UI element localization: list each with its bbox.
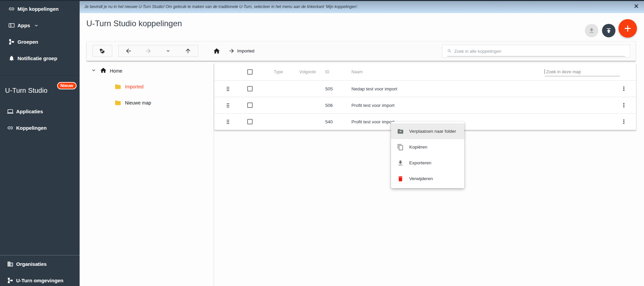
- kebab-icon: [620, 102, 627, 109]
- tree-item-label: Nieuwe map: [125, 100, 151, 106]
- history-dropdown-button[interactable]: [164, 46, 173, 55]
- bell-icon: [8, 55, 15, 62]
- close-icon[interactable]: ✕: [634, 2, 639, 11]
- home-icon: [213, 47, 220, 55]
- forward-button[interactable]: [144, 46, 153, 55]
- tree-item-imported[interactable]: Imported: [86, 79, 214, 95]
- arrow-right-icon: [145, 47, 152, 54]
- download-icon: [588, 27, 595, 34]
- move-to-folder-icon: [397, 128, 404, 135]
- select-all-checkbox[interactable]: [247, 69, 253, 75]
- table-row: 505 Nedap test voor import: [214, 81, 636, 97]
- sidebar-item-label: Apps: [17, 23, 30, 28]
- row-menu-button[interactable]: [620, 102, 627, 109]
- menu-item-exporteren[interactable]: Exporteren: [391, 155, 464, 171]
- row-context-menu: Verplaatsen naar folder Kopiëren Exporte…: [391, 122, 464, 188]
- cell-id: 506: [325, 103, 351, 108]
- menu-item-label: Kopiëren: [409, 145, 427, 150]
- sidebar-item-uturn-omgevingen[interactable]: U-Turn omgevingen: [0, 272, 80, 286]
- kebab-icon: [620, 118, 627, 125]
- drag-handle-icon[interactable]: [224, 119, 232, 125]
- tree-item-label: Home: [110, 68, 122, 74]
- drag-handle-icon[interactable]: [224, 103, 232, 108]
- main-area: Je bevindt je nu in het nieuwe U-Turn St…: [80, 0, 644, 286]
- sidebar-item-label: U-Turn omgevingen: [16, 278, 63, 283]
- sidebar-studio-section: U-Turn Studio Nieuw Applicaties Koppelin…: [0, 75, 80, 136]
- sidebar-item-applicaties[interactable]: Applicaties: [0, 103, 80, 120]
- sidebar-item-groepen[interactable]: Groepen: [0, 34, 80, 50]
- apps-icon: [8, 22, 15, 29]
- tree-view-icon: [99, 48, 106, 54]
- folder-search-box: [545, 67, 620, 76]
- laptop-icon: [7, 108, 13, 115]
- link-icon: [8, 6, 15, 12]
- arrow-left-icon: [125, 47, 132, 54]
- column-header-volgorde: Volgorde: [299, 70, 325, 74]
- sidebar-item-label: Koppelingen: [16, 125, 47, 131]
- trash-icon: [397, 175, 404, 182]
- menu-item-label: Verplaatsen naar folder: [409, 129, 456, 134]
- home-icon: [100, 67, 107, 75]
- sidebar: Mijn koppelingen Apps Groepen Notificati…: [0, 0, 80, 286]
- sidebar-item-organisaties[interactable]: Organisaties: [0, 256, 80, 272]
- global-search-input[interactable]: [454, 49, 625, 54]
- tree-item-home[interactable]: Home: [86, 63, 214, 79]
- sidebar-item-notificatie-groep[interactable]: Notificatie groep: [0, 50, 80, 67]
- add-button[interactable]: +: [618, 19, 637, 38]
- export-download-icon: [397, 160, 404, 166]
- link-icon: [7, 125, 13, 131]
- nieuw-badge: Nieuw: [57, 82, 77, 89]
- folder-icon: [115, 99, 121, 106]
- folder-toolbar: Imported: [86, 41, 636, 61]
- app-window: Mijn koppelingen Apps Groepen Notificati…: [0, 0, 644, 286]
- upload-icon: [605, 27, 612, 34]
- koppelingen-table: Type Volgorde ID Naam: [214, 63, 636, 130]
- row-menu-button[interactable]: [620, 118, 627, 125]
- drag-handle-icon[interactable]: [224, 86, 232, 92]
- sidebar-item-label: Organisaties: [16, 261, 47, 267]
- global-search-box: [442, 45, 630, 57]
- tree-view-button[interactable]: [92, 45, 112, 57]
- hierarchy-icon: [7, 277, 13, 284]
- breadcrumb-home-button[interactable]: [213, 47, 220, 55]
- sidebar-item-label: Groepen: [17, 39, 38, 45]
- sidebar-item-label: Applicaties: [16, 109, 43, 114]
- chevron-down-icon: [165, 48, 171, 54]
- banner-text: Je bevindt je nu in het nieuwe U-Turn St…: [84, 4, 358, 9]
- menu-item-label: Verwijderen: [409, 176, 433, 181]
- back-button[interactable]: [124, 46, 133, 55]
- folder-search-input[interactable]: [546, 69, 620, 74]
- chevron-down-icon[interactable]: [91, 67, 97, 75]
- cell-naam: Nedap test voor import: [351, 86, 620, 91]
- tree-item-label: Imported: [125, 84, 143, 89]
- breadcrumb-folder[interactable]: Imported: [237, 48, 254, 53]
- building-icon: [7, 261, 13, 267]
- row-checkbox[interactable]: [247, 86, 253, 91]
- sidebar-item-apps[interactable]: Apps: [0, 17, 80, 34]
- row-checkbox[interactable]: [247, 119, 253, 124]
- menu-item-kopieren[interactable]: Kopiëren: [391, 139, 464, 155]
- download-button[interactable]: [585, 24, 598, 37]
- info-banner: Je bevindt je nu in het nieuwe U-Turn St…: [80, 0, 644, 13]
- content-area: Home Imported Nieuwe map Type Volgorde: [86, 63, 636, 286]
- menu-item-label: Exporteren: [409, 160, 431, 165]
- copy-icon: [397, 144, 404, 151]
- cell-id: 540: [325, 119, 351, 124]
- navigation-group: [118, 45, 198, 57]
- sidebar-item-mijn-koppelingen[interactable]: Mijn koppelingen: [0, 1, 80, 17]
- arrow-up-icon: [184, 47, 191, 54]
- chevron-down-icon: [34, 23, 39, 28]
- up-button[interactable]: [183, 46, 192, 55]
- upload-button[interactable]: [602, 24, 615, 37]
- page-title: U-Turn Studio koppelingen: [86, 19, 182, 28]
- table-row: 506 Profit test voor import: [214, 97, 636, 114]
- menu-item-verplaatsen[interactable]: Verplaatsen naar folder: [391, 123, 464, 139]
- menu-item-verwijderen[interactable]: Verwijderen: [391, 171, 464, 187]
- sidebar-item-koppelingen[interactable]: Koppelingen: [0, 120, 80, 136]
- tree-item-nieuwe-map[interactable]: Nieuwe map: [86, 95, 214, 111]
- sidebar-item-label: Mijn koppelingen: [17, 6, 59, 12]
- row-checkbox[interactable]: [247, 103, 253, 108]
- row-menu-button[interactable]: [620, 85, 627, 92]
- sidebar-item-label: Notificatie groep: [17, 55, 57, 61]
- kebab-icon: [620, 85, 627, 92]
